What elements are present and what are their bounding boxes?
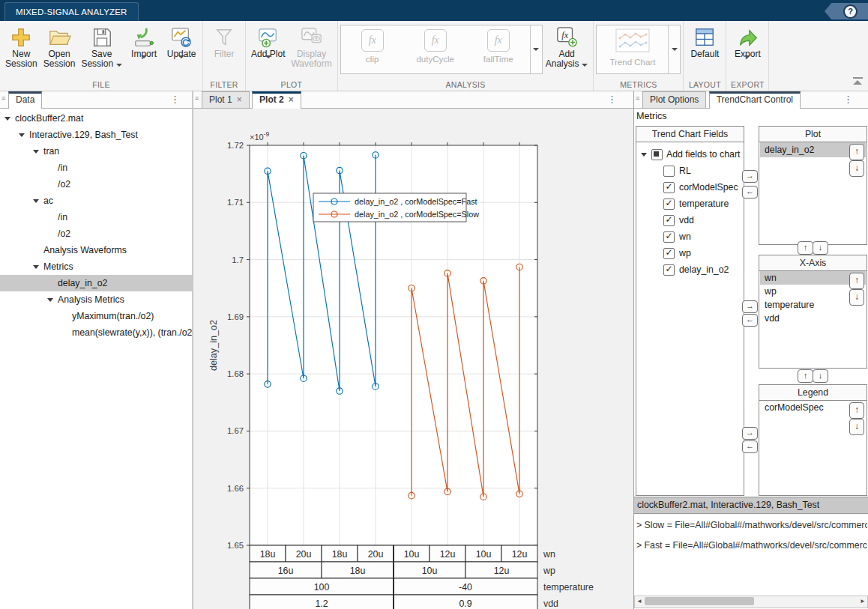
tree-item-analysis-metrics[interactable]: Analysis Metrics <box>0 291 192 308</box>
tree-item-ac[interactable]: ac <box>0 193 192 209</box>
xaxis-box-item-vdd[interactable]: vdd <box>760 312 866 325</box>
xaxis-box-move-up-button[interactable]: ↑ <box>849 273 864 289</box>
xaxis-remove-button[interactable]: ← <box>742 314 758 327</box>
tree-item-ymaximum-tran-o2-[interactable]: yMaximum(tran./o2) <box>0 308 192 324</box>
panel-grip-icon[interactable]: ≡ <box>1 94 5 102</box>
close-icon[interactable]: × <box>289 94 294 105</box>
scroll-left-icon[interactable]: ◄ <box>635 596 644 606</box>
import-button[interactable]: Import <box>125 23 163 69</box>
tree-item--o2[interactable]: /o2 <box>0 225 192 242</box>
control-panel-menu-icon[interactable]: ⋮ <box>843 94 853 105</box>
gallery-dropdown-icon[interactable] <box>530 25 542 73</box>
y-tick-label: 1.71 <box>227 198 244 207</box>
data-panel-menu-icon[interactable]: ⋮ <box>170 94 180 105</box>
export-button[interactable]: Export <box>729 23 766 69</box>
plot-order-up-button[interactable]: ↑ <box>798 241 813 255</box>
expander-icon[interactable] <box>33 199 39 203</box>
field-row-delay_in_o2[interactable]: ✓delay_in_o2 <box>636 261 742 278</box>
tab-plot-2-label: Plot 2 <box>259 94 284 105</box>
tree-item--in[interactable]: /in <box>0 160 192 176</box>
expander-icon[interactable] <box>4 117 10 121</box>
help-button question-mark-icon[interactable]: ? <box>843 4 858 19</box>
trend-chart[interactable]: 1.721.711.71.691.681.671.661.65×10-9dela… <box>193 109 633 609</box>
titlebar: MIXED-SIGNAL ANALYZER ? <box>0 0 868 21</box>
add-analysis-button[interactable]: fxAddAnalysis <box>543 23 591 69</box>
app-title-tab[interactable]: MIXED-SIGNAL ANALYZER <box>4 2 139 22</box>
collapse-ribbon-button chevron-up-icon[interactable] <box>853 77 864 85</box>
tab-plot-1[interactable]: Plot 1× <box>202 91 250 109</box>
tree-item-interactive-129-bash-test[interactable]: Interactive.129, Bash_Test <box>0 127 192 143</box>
fx-icon: fx <box>487 29 510 52</box>
corModelSpec-checkbox[interactable]: ✓ <box>663 182 675 193</box>
tree-item-delay-in-o2[interactable]: delay_in_o2 <box>0 275 192 291</box>
info-horizontal-scrollbar[interactable]: ◄► <box>634 596 868 608</box>
save-session-button[interactable]: SaveSession <box>78 23 125 69</box>
close-icon[interactable]: × <box>237 94 242 105</box>
legend-box-move-up-button[interactable]: ↑ <box>849 402 864 419</box>
update-button[interactable]: Update <box>163 23 200 69</box>
legend-remove-button[interactable]: ← <box>742 440 758 453</box>
tree-item--o2[interactable]: /o2 <box>0 176 192 193</box>
field-row-wp[interactable]: ✓wp <box>636 245 742 261</box>
plot-box-move-down-button[interactable]: ↓ <box>849 160 864 177</box>
info-line-0[interactable]: > Slow = File=All#Global#/mathworks/deve… <box>636 519 867 531</box>
field-row-wn[interactable]: ✓wn <box>636 228 742 245</box>
filter-button: Filter <box>205 23 243 59</box>
xaxis-order-down-button[interactable]: ↓ <box>813 369 828 383</box>
info-line-1[interactable]: > Fast = File=All#Global#/mathworks/deve… <box>636 539 867 551</box>
trend-chart-icon <box>615 28 650 55</box>
expander-icon[interactable] <box>641 153 647 157</box>
data-panel-tabbar: ≡ Data ⋮ <box>0 91 192 109</box>
add-fields-root-row[interactable]: Add fields to chart <box>636 146 742 163</box>
add-fields-checkbox[interactable] <box>651 149 663 160</box>
expander-icon[interactable] <box>19 133 25 137</box>
default-layout-button[interactable]: Default <box>686 23 723 59</box>
tree-item-metrics[interactable]: Metrics <box>0 258 192 275</box>
xaxis-add-button[interactable]: → <box>742 300 758 313</box>
expander-icon[interactable] <box>33 150 39 154</box>
x-table-cell-label: 18u <box>350 566 366 576</box>
legend-box-move-down-button[interactable]: ↓ <box>849 419 864 435</box>
legend-entry: delay_in_o2 , corModelSpec=Slow <box>355 210 479 219</box>
wp-checkbox[interactable]: ✓ <box>663 248 675 259</box>
expander-icon[interactable] <box>33 265 39 269</box>
tree-item--in[interactable]: /in <box>0 209 192 225</box>
xaxis-box-move-down-button[interactable]: ↓ <box>849 289 864 306</box>
add-analysis-label: Analysis <box>546 59 588 69</box>
plot-document-panel: ≡ Plot 1× Plot 2× ⋮ 1.721.711.71.691.681… <box>193 91 634 609</box>
ribbon-toolstrip: NewSessionOpenSessionSaveSessionImportUp… <box>0 21 868 91</box>
check-icon: ✓ <box>664 231 674 240</box>
panel-grip-icon[interactable]: ≡ <box>195 94 199 102</box>
plot-panel-menu-icon[interactable]: ⋮ <box>607 94 617 105</box>
scroll-right-icon[interactable]: ► <box>858 596 867 606</box>
temperature-checkbox[interactable]: ✓ <box>663 199 675 210</box>
plot-order-down-button[interactable]: ↓ <box>813 241 828 255</box>
gallery-dropdown-icon[interactable] <box>668 25 680 73</box>
scrollbar-thumb[interactable] <box>645 597 754 605</box>
legend-add-button[interactable]: → <box>742 427 758 440</box>
plot-add-button[interactable]: → <box>742 170 758 183</box>
field-row-temperature[interactable]: ✓temperature <box>636 196 742 212</box>
panel-grip-icon[interactable]: ≡ <box>636 94 639 102</box>
plot-box-move-up-button[interactable]: ↑ <box>849 144 864 160</box>
tree-item-mean-slewrate-y-x-tran-o2-[interactable]: mean(slewrate(y,x)), (tran./o2) <box>0 324 192 341</box>
delay_in_o2-checkbox[interactable]: ✓ <box>663 264 675 276</box>
RL-checkbox[interactable] <box>663 166 675 177</box>
xaxis-order-up-button[interactable]: ↑ <box>798 369 813 383</box>
expander-icon[interactable] <box>47 298 53 302</box>
field-row-vdd[interactable]: ✓vdd <box>636 212 742 228</box>
field-row-rl[interactable]: RL <box>636 163 742 179</box>
plot-remove-button[interactable]: ← <box>742 186 758 199</box>
new-session-button[interactable]: NewSession <box>2 23 40 69</box>
vdd-checkbox[interactable]: ✓ <box>663 215 675 226</box>
field-row-cormodelspec[interactable]: ✓corModelSpec <box>636 179 742 196</box>
chart-legend[interactable]: delay_in_o2 , corModelSpec=Fastdelay_in_… <box>313 193 479 222</box>
xaxis-box: X-Axiswnwptemperaturevdd <box>759 255 867 369</box>
add-plot-button[interactable]: Add Plot <box>248 23 288 69</box>
tree-item-clockbuffer2-mat[interactable]: clockBuffer2.mat <box>0 110 192 127</box>
wn-checkbox[interactable]: ✓ <box>663 231 675 243</box>
tab-plot-options[interactable]: Plot Options <box>642 91 706 109</box>
tree-item-tran[interactable]: tran <box>0 143 192 160</box>
tree-item-analysis-waveforms[interactable]: Analysis Waveforms <box>0 242 192 258</box>
open-session-button[interactable]: OpenSession <box>40 23 79 69</box>
